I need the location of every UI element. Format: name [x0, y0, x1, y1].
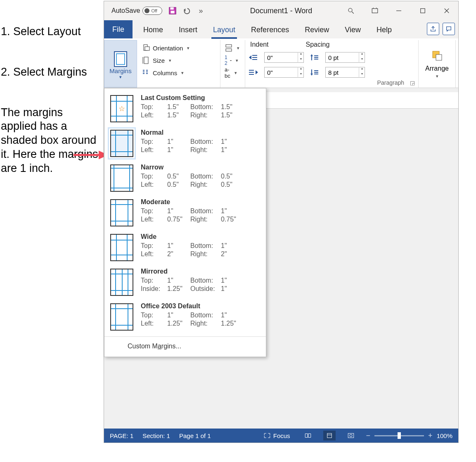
margins-label: Margins [109, 67, 131, 74]
margin-thumb-icon [110, 130, 133, 157]
size-label: Size [153, 57, 165, 64]
margin-thumb-icon [110, 234, 133, 261]
share-icon[interactable] [427, 23, 439, 35]
step-2: 2. Select Margins [1, 65, 101, 79]
margin-option-title: Normal [141, 129, 242, 136]
close-icon[interactable] [441, 5, 452, 17]
chevron-down-icon[interactable]: ▾ [436, 74, 438, 79]
svg-rect-19 [144, 57, 148, 64]
chevron-down-icon: ▾ [119, 74, 122, 80]
line-numbers-button[interactable]: 12- [225, 54, 241, 67]
svg-rect-25 [146, 71, 148, 72]
svg-rect-12 [421, 9, 425, 13]
zoom-slider[interactable] [374, 435, 424, 436]
minimize-icon[interactable] [393, 5, 405, 17]
svg-marker-43 [310, 74, 313, 76]
orientation-button[interactable]: Orientation [142, 42, 216, 54]
dialog-launcher-icon[interactable]: ◲ [410, 80, 415, 86]
status-pages[interactable]: Page 1 of 1 [179, 432, 211, 439]
svg-marker-29 [249, 55, 251, 60]
tab-help[interactable]: Help [375, 22, 393, 38]
tab-insert[interactable]: Insert [177, 22, 199, 38]
focus-mode-button[interactable]: Focus [261, 431, 293, 441]
breaks-group: 12- a-bc [220, 40, 245, 88]
word-window: AutoSave Off » Document1 - Word File Hom… [104, 1, 459, 443]
margin-option-office-2003-default[interactable]: Office 2003 DefaultTop:1"Bottom:1"Left:1… [104, 299, 266, 334]
arrange-icon[interactable] [431, 50, 443, 64]
toggle-knob [144, 8, 149, 13]
comments-icon[interactable] [443, 23, 455, 35]
hyphenation-button[interactable]: a-bc [225, 67, 241, 79]
spacing-after-field[interactable]: 8 pt▴▾ [325, 67, 365, 78]
ribbon-tabs: File HomeInsertLayoutReferencesReviewVie… [104, 20, 458, 38]
tab-file[interactable]: File [104, 20, 133, 38]
margin-option-last-custom-setting[interactable]: ☆Last Custom SettingTop:1.5"Bottom:1.5"L… [104, 91, 266, 126]
paragraph-group-label: Paragraph [377, 79, 404, 86]
margins-menu: ☆Last Custom SettingTop:1.5"Bottom:1.5"L… [104, 88, 266, 357]
zoom-out-button[interactable]: − [366, 431, 371, 440]
svg-point-6 [348, 8, 352, 12]
margin-option-moderate[interactable]: ModerateTop:1"Bottom:1"Left:0.75"Right:0… [104, 195, 266, 230]
margin-thumb-icon: ☆ [110, 95, 133, 122]
tab-home[interactable]: Home [142, 22, 165, 38]
ribbon-display-icon[interactable] [369, 5, 381, 17]
columns-button[interactable]: Columns [142, 67, 216, 79]
tab-review[interactable]: Review [303, 22, 331, 38]
size-button[interactable]: Size [142, 54, 216, 67]
breaks-button[interactable] [225, 42, 241, 54]
web-layout-icon[interactable] [345, 431, 357, 441]
svg-rect-4 [171, 11, 175, 13]
zoom-value[interactable]: 100% [437, 432, 452, 439]
tab-layout[interactable]: Layout [211, 22, 237, 38]
orientation-label: Orientation [153, 45, 183, 52]
svg-rect-23 [143, 73, 144, 74]
margin-option-title: Last Custom Setting [141, 94, 242, 102]
callout-arrow [73, 149, 108, 161]
titlebar: AutoSave Off » Document1 - Word [104, 1, 458, 20]
read-mode-icon[interactable] [302, 431, 314, 441]
svg-rect-8 [372, 9, 378, 13]
window-title: Document1 - Word [250, 7, 313, 15]
custom-margins-item[interactable]: Custom Margins... [104, 337, 266, 357]
undo-icon[interactable] [181, 5, 192, 16]
spin-down[interactable]: ▾ [298, 57, 303, 63]
margin-thumb-icon [110, 269, 133, 296]
indent-right-icon [249, 68, 258, 76]
margin-option-normal[interactable]: NormalTop:1"Bottom:1"Left:1"Right:1" [104, 126, 266, 160]
indent-right-field[interactable]: 0"▴▾ [264, 67, 304, 78]
paragraph-group: Indent Spacing 0"▴▾ 0 pt▴▾ 0"▴▾ 8 pt▴▾ P… [245, 40, 419, 88]
svg-marker-34 [310, 54, 313, 56]
autosave-toggle[interactable]: Off [142, 7, 162, 15]
margin-option-mirrored[interactable]: MirroredTop:1"Bottom:1"Inside:1.25"Outsi… [104, 264, 266, 299]
tab-view[interactable]: View [343, 22, 362, 38]
star-icon: ☆ [118, 104, 125, 113]
margin-option-wide[interactable]: WideTop:1"Bottom:1"Left:2"Right:2" [104, 230, 266, 264]
svg-rect-22 [143, 71, 144, 72]
margins-button[interactable]: Margins ▾ [104, 40, 137, 88]
zoom-control: − + 100% [366, 431, 452, 440]
svg-rect-27 [226, 45, 232, 47]
spacing-before-field[interactable]: 0 pt▴▾ [325, 52, 365, 63]
zoom-thumb[interactable] [398, 432, 401, 439]
indent-left-field[interactable]: 0"▴▾ [264, 52, 304, 63]
autosave-state: Off [151, 8, 157, 13]
ribbon: Margins ▾ Orientation Size Columns 12- [104, 38, 458, 88]
margin-thumb-icon [110, 199, 133, 226]
step-1: 1. Select Layout [1, 25, 101, 39]
svg-rect-3 [171, 7, 174, 10]
margin-option-title: Moderate [141, 198, 242, 206]
zoom-in-button[interactable]: + [428, 431, 433, 440]
save-icon[interactable] [167, 5, 178, 16]
spacing-header: Spacing [305, 41, 329, 48]
qat-more-icon[interactable]: » [195, 5, 206, 16]
autosave-label: AutoSave [111, 7, 140, 14]
svg-marker-38 [256, 70, 258, 74]
maximize-icon[interactable] [417, 5, 429, 17]
status-page[interactable]: PAGE: 1 [110, 432, 133, 439]
tab-references[interactable]: References [249, 22, 291, 38]
margin-option-narrow[interactable]: NarrowTop:0.5"Bottom:0.5"Left:0.5"Right:… [104, 160, 266, 195]
status-section[interactable]: Section: 1 [142, 432, 170, 439]
margin-option-title: Mirrored [141, 268, 242, 275]
search-icon[interactable] [345, 5, 357, 17]
print-layout-icon[interactable] [323, 431, 336, 441]
